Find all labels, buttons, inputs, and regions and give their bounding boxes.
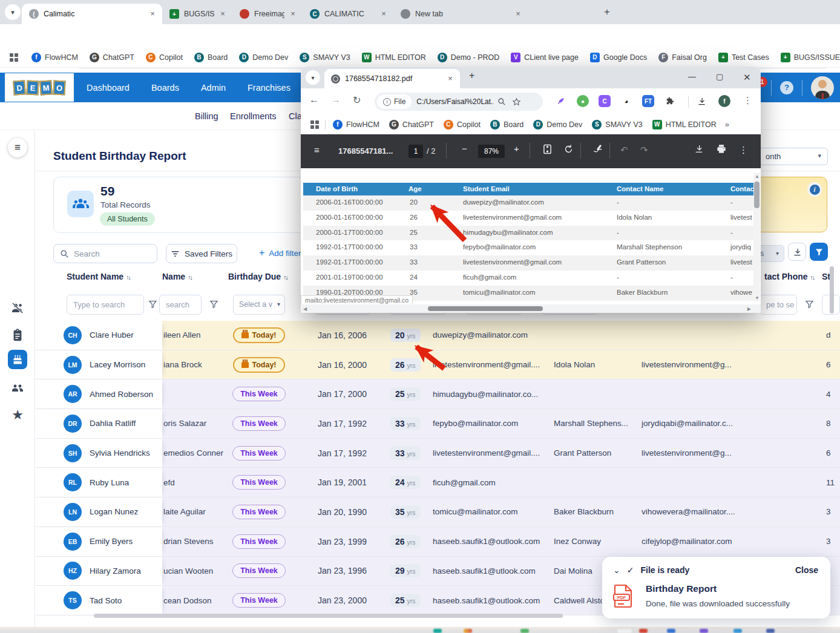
tab-search-chevron-icon[interactable]: ▾ — [5, 4, 21, 20]
pdf-more-icon[interactable]: ⋮ — [739, 145, 748, 156]
tab-close-icon[interactable]: × — [148, 9, 157, 19]
pdf-zoom-level[interactable]: 87% — [478, 145, 505, 158]
table-row[interactable]: ileen Allen Today! Jan 16, 2006 20yrs du… — [35, 321, 840, 350]
bookmark-item[interactable]: f FlowHCM — [333, 120, 379, 130]
nav-item[interactable]: Boards — [151, 83, 179, 93]
apps-grid-icon[interactable] — [10, 53, 18, 62]
zoom-icon[interactable] — [497, 97, 506, 106]
back-icon[interactable]: ← — [309, 94, 319, 105]
pdf-download-icon[interactable] — [694, 144, 704, 156]
bookmark-item[interactable]: W HTML EDITOR — [362, 53, 426, 62]
info-icon[interactable]: i — [807, 182, 822, 197]
tab-close-icon[interactable]: × — [513, 9, 523, 19]
zoom-out-icon[interactable]: − — [462, 143, 467, 154]
reload-icon[interactable]: ↻ — [353, 94, 361, 106]
bookmark-item[interactable]: G ChatGPT — [90, 53, 134, 62]
notification-close-button[interactable]: Close — [795, 565, 818, 575]
bookmark-star-icon[interactable] — [512, 97, 521, 107]
extension-bot-icon[interactable]: ● — [577, 95, 589, 107]
export-download-button[interactable] — [788, 243, 806, 261]
subnav-enrollments[interactable]: Enrollments — [230, 111, 277, 121]
tab-close-icon[interactable]: × — [288, 9, 298, 19]
table-row[interactable]: emedios Conner This Week Jan 17, 1992 33… — [35, 439, 840, 468]
add-filter-button[interactable]: + Add filter — [259, 248, 301, 258]
bookmark-item[interactable]: V CLient live page — [511, 53, 579, 62]
redo-icon[interactable]: ↷ — [640, 145, 648, 156]
bookmark-item[interactable]: S SMAVY V3 — [300, 53, 350, 62]
tab-search-chevron-icon[interactable]: ▾ — [306, 70, 320, 85]
contact-phone-filter-input[interactable]: pe to se — [760, 295, 797, 315]
scroll-right-icon[interactable]: ▶ — [747, 306, 751, 312]
bookmark-item[interactable]: D Google Docs — [590, 53, 647, 62]
pdf-page-input[interactable]: 1 — [409, 145, 423, 158]
pdf-horizontal-scrollbar[interactable]: ◀ ▶ — [301, 304, 761, 313]
scroll-up-icon[interactable]: ▲ — [755, 174, 760, 179]
nav-item[interactable]: Dashboard — [87, 83, 130, 93]
parent-name-filter-input[interactable]: search — [159, 295, 202, 315]
bookmarks-overflow-icon[interactable]: » — [725, 120, 729, 129]
table-row[interactable]: efd This Week Jan 19, 2001 24yrs ficuh@g… — [35, 468, 840, 497]
rotate-icon[interactable] — [563, 144, 574, 156]
col-birthday-due[interactable]: Birthday Due↑↓ — [228, 272, 287, 281]
pdf-hscrollbar-thumb[interactable] — [428, 306, 543, 311]
profile-avatar[interactable]: f — [718, 95, 730, 107]
scroll-left-icon[interactable]: ◀ — [303, 306, 307, 312]
close-icon[interactable]: ✕ — [743, 72, 751, 83]
browser-tab[interactable]: C CALIMATIC × — [303, 4, 393, 24]
funnel-icon[interactable] — [209, 300, 218, 309]
downloads-icon[interactable] — [695, 95, 707, 107]
help-icon[interactable]: ? — [780, 81, 793, 94]
col-contact-phone[interactable]: tact Phone↑↓ — [764, 272, 814, 281]
demo-logo[interactable]: DEMO — [5, 73, 74, 102]
col-parent-name[interactable]: Name↑↓ — [162, 272, 192, 281]
scroll-down-icon[interactable]: ▼ — [755, 295, 760, 301]
bookmark-item[interactable]: S SMAVY V3 — [592, 120, 642, 130]
pdf-tab[interactable]: 1768554718182.pdf × — [324, 69, 460, 88]
bookmark-item[interactable]: B Board — [194, 53, 228, 62]
search-input[interactable]: Search — [53, 244, 157, 263]
extension-dot-icon[interactable]: ◕ — [620, 95, 632, 107]
browser-tab[interactable]: Freeimag × — [232, 4, 303, 24]
apps-grid-icon[interactable] — [310, 120, 319, 129]
birthday-due-filter-select[interactable]: Select a v▾ — [233, 295, 285, 315]
table-row[interactable]: oris Salazar This Week Jan 17, 1992 33yr… — [35, 409, 840, 439]
annotate-pen-icon[interactable] — [592, 144, 603, 156]
windows-taskbar[interactable] — [0, 627, 840, 633]
bookmark-item[interactable]: W HTML EDITOR — [652, 120, 717, 130]
saved-filters-button[interactable]: Saved Filters — [166, 244, 237, 263]
bookmark-item[interactable]: F Faisal Org — [658, 53, 707, 62]
bookmark-item[interactable]: D Demo Dev — [239, 53, 288, 62]
funnel-icon[interactable] — [805, 300, 814, 309]
zoom-in-icon[interactable]: + — [514, 143, 519, 154]
undo-icon[interactable]: ↶ — [620, 145, 628, 156]
absent-students-icon[interactable] — [0, 301, 35, 315]
browser-tab[interactable]: ( Calimatic × — [22, 4, 162, 24]
user-avatar[interactable] — [811, 76, 834, 99]
extensions-puzzle-icon[interactable] — [664, 95, 676, 107]
nav-item[interactable]: Franchises — [248, 83, 290, 93]
funnel-icon[interactable] — [148, 300, 157, 309]
new-tab-button[interactable]: + — [604, 6, 610, 18]
table-row[interactable]: iana Brock Today! Jan 16, 2000 26yrs liv… — [35, 350, 840, 380]
families-icon[interactable] — [0, 381, 35, 395]
more-menu-icon[interactable]: ⋮ — [743, 95, 752, 106]
subnav-billing[interactable]: Billing — [195, 111, 218, 121]
new-tab-button[interactable]: + — [469, 70, 474, 81]
browser-tab[interactable]: New tab × — [393, 4, 528, 24]
bookmark-item[interactable]: B Board — [490, 120, 523, 130]
student-name-filter-input[interactable]: Type to search — [67, 295, 144, 315]
bookmark-item[interactable]: D Demo Dev — [533, 120, 582, 130]
bookmark-item[interactable]: + BUGS/ISSUES — [781, 53, 840, 62]
nav-item[interactable]: Admin — [201, 83, 226, 93]
table-row[interactable]: drian Stevens This Week Jan 23, 1999 26y… — [35, 527, 840, 557]
forward-icon[interactable]: → — [331, 94, 341, 105]
vertical-scrollbar[interactable] — [830, 266, 834, 313]
table-row[interactable]: laite Aguilar This Week Jan 20, 1990 35y… — [35, 497, 840, 527]
tab-close-icon[interactable]: × — [445, 74, 455, 84]
bookmark-item[interactable]: f FlowHCM — [31, 53, 78, 62]
col-student-name[interactable]: Student Name↑↓ — [67, 272, 130, 281]
collapse-chevron-icon[interactable]: ⌄ — [613, 565, 620, 575]
tab-close-icon[interactable]: × — [218, 9, 228, 19]
sidebar-menu-icon[interactable]: ≡ — [8, 138, 27, 157]
pdf-address-bar[interactable]: iFile C:/Users/Faisal%20Lat... — [375, 93, 543, 111]
